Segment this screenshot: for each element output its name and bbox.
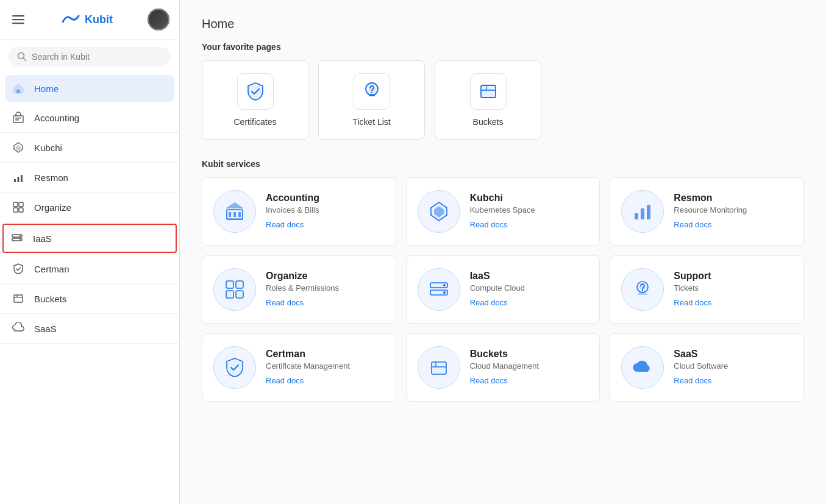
sidebar-item-certman[interactable]: Certman — [0, 254, 179, 284]
buckets-svc-circle — [418, 346, 460, 389]
svg-point-48 — [443, 284, 446, 286]
sidebar-item-resmon[interactable]: Resmon — [0, 163, 179, 193]
buckets-svc-info: Buckets Cloud Management Read docs — [470, 346, 539, 385]
kubchi-service-circle — [418, 190, 460, 233]
sidebar-item-organize[interactable]: Organize — [0, 193, 179, 222]
fav-ticket-label: Ticket List — [352, 117, 391, 127]
avatar[interactable] — [148, 9, 169, 30]
ticket-list-icon-box — [354, 73, 390, 110]
grid-org-icon — [223, 278, 246, 301]
resmon-read-docs[interactable]: Read docs — [674, 220, 747, 229]
logo-icon — [62, 13, 80, 26]
resmon-icon — [12, 171, 26, 183]
buckets-svc-name: Buckets — [470, 349, 539, 360]
service-card-accounting[interactable]: Accounting Invoices & Bills Read docs — [202, 177, 396, 246]
sidebar-item-accounting[interactable]: Accounting — [0, 103, 179, 133]
svg-rect-17 — [19, 208, 23, 212]
sidebar-item-organize-label: Organize — [34, 202, 71, 213]
iaas-icon — [11, 232, 24, 244]
service-card-resmon[interactable]: Resmon Resource Monitoring Read docs — [610, 177, 804, 246]
iaas-service-name: IaaS — [470, 271, 525, 282]
sidebar-item-saas[interactable]: SaaS — [0, 314, 179, 344]
service-card-kubchi[interactable]: Kubchi Kubernetes Space Read docs — [406, 177, 600, 246]
resmon-service-info: Resmon Resource Monitoring Read docs — [674, 190, 747, 229]
search-icon — [17, 52, 27, 62]
favorites-section-title: Your favorite pages — [202, 42, 804, 52]
service-card-saas-svc[interactable]: SaaS Cloud Software Read docs — [610, 333, 804, 402]
bar-chart-icon — [631, 200, 654, 223]
kubchi-read-docs[interactable]: Read docs — [470, 220, 535, 229]
buckets-svc-read-docs[interactable]: Read docs — [470, 376, 539, 385]
service-card-certman[interactable]: Certman Certificate Management Read docs — [202, 333, 396, 402]
saas-svc-read-docs[interactable]: Read docs — [674, 376, 728, 385]
certificates-icon-box — [237, 73, 274, 110]
accounting-service-desc: Invoices & Bills — [266, 205, 319, 215]
svg-rect-40 — [641, 208, 644, 219]
organize-read-docs[interactable]: Read docs — [266, 298, 339, 307]
svg-rect-14 — [13, 202, 18, 207]
search-box — [9, 47, 171, 66]
service-card-buckets-svc[interactable]: Buckets Cloud Management Read docs — [406, 333, 600, 402]
sidebar-item-accounting-label: Accounting — [34, 113, 79, 123]
svg-rect-39 — [635, 213, 638, 219]
svg-rect-11 — [14, 179, 16, 182]
kubchi-icon — [12, 141, 26, 154]
svg-point-20 — [20, 235, 21, 236]
sidebar-item-iaas[interactable]: IaaS — [2, 224, 177, 253]
bank-icon — [223, 200, 246, 223]
service-card-organize[interactable]: Organize Roles & Permissions Read docs — [202, 255, 396, 324]
sidebar-header: Kubit — [0, 0, 179, 40]
saas-svc-name: SaaS — [674, 349, 728, 360]
services-grid: Accounting Invoices & Bills Read docs Ku… — [202, 177, 804, 402]
organize-service-info: Organize Roles & Permissions Read docs — [266, 268, 339, 307]
organize-service-desc: Roles & Permissions — [266, 283, 339, 293]
iaas-read-docs[interactable]: Read docs — [470, 298, 525, 307]
support-icon — [361, 80, 383, 102]
support-service-name: Support — [674, 271, 711, 282]
fav-card-certificates[interactable]: Certificates — [202, 60, 308, 140]
accounting-read-docs[interactable]: Read docs — [266, 220, 319, 229]
sidebar-item-home-label: Home — [34, 83, 59, 94]
sidebar-item-kubchi[interactable]: Kubchi — [0, 133, 179, 163]
hamburger-button[interactable] — [10, 11, 27, 28]
main-content: Home Your favorite pages Certificates — [180, 0, 826, 504]
svg-rect-0 — [12, 15, 24, 16]
service-card-iaas[interactable]: IaaS Compute Cloud Read docs — [406, 255, 600, 324]
kubchi-service-name: Kubchi — [470, 193, 535, 204]
page-title: Home — [202, 17, 804, 31]
organize-service-name: Organize — [266, 271, 339, 282]
svg-rect-28 — [481, 85, 496, 98]
buckets-fav-icon-box — [470, 73, 507, 110]
support-service-info: Support Tickets Read docs — [674, 268, 711, 307]
certman-read-docs[interactable]: Read docs — [266, 376, 350, 385]
svg-rect-6 — [13, 116, 23, 122]
sidebar-item-buckets-label: Buckets — [34, 294, 66, 304]
service-card-support[interactable]: Support Tickets Read docs — [610, 255, 804, 324]
support-read-docs[interactable]: Read docs — [674, 298, 711, 307]
svg-rect-15 — [19, 202, 23, 207]
svg-rect-7 — [15, 118, 21, 119]
fav-card-buckets[interactable]: Buckets — [435, 60, 541, 140]
resmon-service-desc: Resource Monitoring — [674, 205, 747, 215]
sidebar-item-iaas-label: IaaS — [33, 233, 52, 244]
sidebar-item-resmon-label: Resmon — [34, 172, 68, 183]
app-logo: Kubit — [62, 13, 113, 26]
favorites-row: Certificates Ticket List — [202, 60, 804, 140]
svg-rect-5 — [16, 90, 20, 93]
svg-rect-33 — [233, 212, 236, 217]
svg-rect-32 — [229, 212, 231, 217]
fav-buckets-label: Buckets — [473, 117, 504, 127]
sidebar-item-buckets[interactable]: Buckets — [0, 284, 179, 314]
fav-card-ticket-list[interactable]: Ticket List — [318, 60, 425, 140]
iaas-service-info: IaaS Compute Cloud Read docs — [470, 268, 525, 307]
sidebar-item-kubchi-label: Kubchi — [34, 143, 62, 153]
buckets-svc-desc: Cloud Management — [470, 361, 539, 371]
svg-rect-53 — [432, 362, 446, 374]
sidebar-item-home[interactable]: Home — [5, 75, 174, 102]
search-input[interactable] — [32, 52, 162, 62]
svg-rect-16 — [13, 208, 18, 212]
svg-rect-22 — [14, 295, 23, 302]
support-service-circle — [621, 268, 664, 311]
fav-certificates-label: Certificates — [233, 117, 276, 127]
saas-icon — [12, 322, 26, 335]
